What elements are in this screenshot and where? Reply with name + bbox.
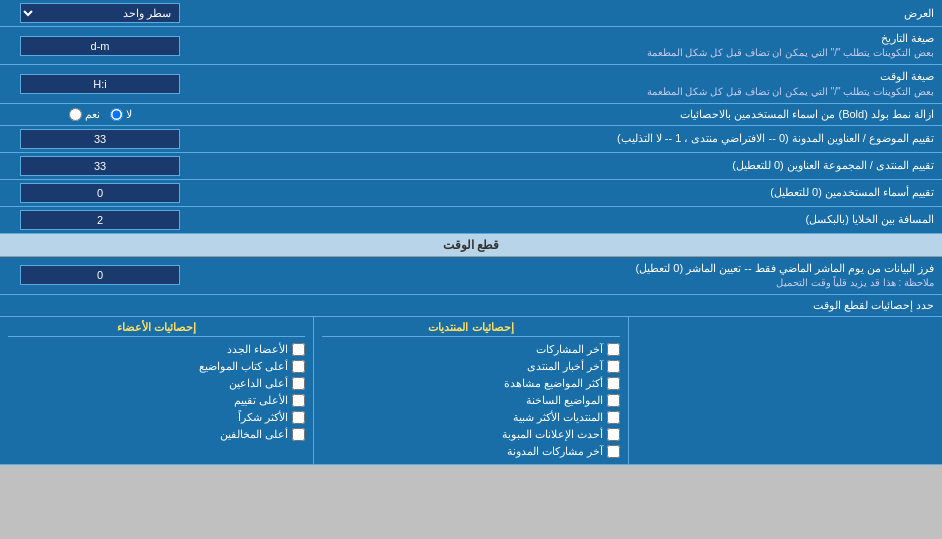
cb-hot-topics[interactable]	[607, 394, 620, 407]
bold-yes-label: نعم	[85, 108, 100, 121]
cb-most-viewed-label: أكثر المواضيع مشاهدة	[504, 377, 603, 390]
username-order-input[interactable]	[20, 183, 180, 203]
bold-yes-radio[interactable]	[69, 108, 82, 121]
cb-forum-news-label: آخر أخبار المنتدى	[527, 360, 603, 373]
display-label: العرض	[200, 3, 942, 24]
time-format-input[interactable]	[20, 74, 180, 94]
cb-most-thanked-label: الأكثر شكراً	[238, 411, 288, 424]
cb-top-inviters[interactable]	[292, 377, 305, 390]
cb-top-rated-label: الأعلى تقييم	[234, 394, 288, 407]
cb-top-posters[interactable]	[292, 360, 305, 373]
cut-filter-label: فرز البيانات من يوم الماشر الماضي فقط --…	[200, 257, 942, 294]
cut-filter-input[interactable]	[20, 265, 180, 285]
cb-most-viewed[interactable]	[607, 377, 620, 390]
bold-label: ازالة نمط بولد (Bold) من اسماء المستخدمي…	[200, 104, 942, 125]
date-format-label: صيغة التاريخ بعض التكوينات يتطلب "/" الت…	[200, 27, 942, 64]
topic-order-input[interactable]	[20, 129, 180, 149]
cell-spacing-label: المسافة بين الخلايا (بالبكسل)	[200, 208, 942, 231]
cb-top-posters-label: أعلى كتاب المواضيع	[199, 360, 288, 373]
cb-blog-posts-label: آخر مشاركات المدونة	[507, 445, 603, 458]
date-format-input[interactable]	[20, 36, 180, 56]
cb-classified-ads-label: أحدث الإعلانات المبوبة	[502, 428, 603, 441]
forum-order-label: تقييم المنتدى / المجموعة العناوين (0 للت…	[200, 154, 942, 177]
cb-most-thanked[interactable]	[292, 411, 305, 424]
stats-col1-title: إحصائيات المنتديات	[322, 321, 619, 337]
cb-similar-forums-label: المنتديات الأكثر شبية	[513, 411, 603, 424]
cut-section-title: قطع الوقت	[0, 234, 942, 257]
bold-no-radio[interactable]	[110, 108, 123, 121]
stats-col2-title: إحصائيات الأعضاء	[8, 321, 305, 337]
cb-blog-posts[interactable]	[607, 445, 620, 458]
username-order-label: تقييم أسماء المستخدمين (0 للتعطيل)	[200, 181, 942, 204]
cb-new-members-label: الأعضاء الجدد	[227, 343, 288, 356]
cell-spacing-input[interactable]	[20, 210, 180, 230]
cb-hot-topics-label: المواضيع الساخنة	[526, 394, 603, 407]
cb-top-rated[interactable]	[292, 394, 305, 407]
display-select[interactable]: سطر واحد سطران ثلاثة أسطر	[20, 3, 180, 23]
cb-classified-ads[interactable]	[607, 428, 620, 441]
topic-order-label: تقييم الموضوع / العناوين المدونة (0 -- ا…	[200, 127, 942, 150]
cb-top-inviters-label: أعلى الداعين	[229, 377, 288, 390]
cb-new-members[interactable]	[292, 343, 305, 356]
cb-last-posts[interactable]	[607, 343, 620, 356]
cb-top-violators[interactable]	[292, 428, 305, 441]
stats-limit-label: حدد إحصائيات لقطع الوقت	[8, 299, 934, 312]
cb-top-violators-label: أعلى المخالفين	[220, 428, 288, 441]
forum-order-input[interactable]	[20, 156, 180, 176]
cb-forum-news[interactable]	[607, 360, 620, 373]
bold-no-label: لا	[126, 108, 132, 121]
time-format-label: صيغة الوقت بعض التكوينات يتطلب "/" التي …	[200, 65, 942, 102]
cb-last-posts-label: آخر المشاركات	[536, 343, 603, 356]
cb-similar-forums[interactable]	[607, 411, 620, 424]
